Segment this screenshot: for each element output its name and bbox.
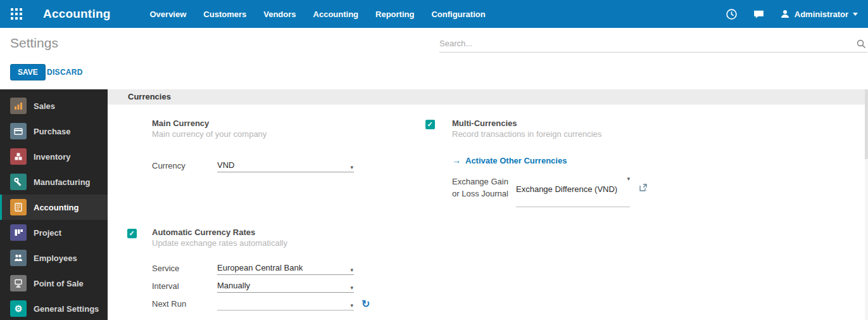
dropdown-caret-icon[interactable] <box>350 164 353 170</box>
user-name-label: Administrator <box>795 10 848 19</box>
activities-clock-icon[interactable] <box>726 8 738 20</box>
app-title[interactable]: Accounting <box>43 7 111 21</box>
gear-icon: ⚙ <box>10 300 27 317</box>
employees-icon <box>10 250 27 266</box>
inventory-icon <box>10 148 27 165</box>
scrollbar[interactable] <box>865 89 868 320</box>
arrow-right-icon <box>452 155 461 165</box>
setting-title: Automatic Currency Rates <box>152 227 393 237</box>
sidebar-item-label: Accounting <box>34 203 79 212</box>
scrollbar-thumb[interactable] <box>865 89 868 159</box>
user-menu[interactable]: Administrator <box>780 9 858 19</box>
sidebar-item-label: Inventory <box>34 152 71 162</box>
manufacturing-icon <box>10 174 27 190</box>
sidebar-item-label: Employees <box>34 253 77 263</box>
section-header-currencies: Currencies <box>108 89 868 105</box>
topbar: Accounting Overview Customers Vendors Ac… <box>0 0 868 28</box>
messages-icon[interactable] <box>753 8 765 20</box>
activate-link-label: Activate Other Currencies <box>465 156 567 165</box>
sidebar-item-purchase[interactable]: Purchase <box>0 118 108 144</box>
dropdown-caret-icon[interactable] <box>350 267 353 273</box>
accounting-icon <box>10 199 27 215</box>
top-navigation: Overview Customers Vendors Accounting Re… <box>150 10 486 19</box>
exchange-journal-select[interactable]: Exchange Difference (VND) <box>516 176 630 207</box>
sidebar-item-point-of-sale[interactable]: Point of Sale <box>0 271 108 296</box>
nav-item-reporting[interactable]: Reporting <box>375 10 414 19</box>
external-link-icon[interactable] <box>639 183 648 195</box>
settings-sidebar: Sales Purchase Inventory Manufacturing A… <box>0 89 108 320</box>
settings-content: Currencies Main Currency Main currency o… <box>108 89 868 320</box>
discard-button[interactable]: DISCARD <box>47 68 83 77</box>
search-bar <box>439 35 867 53</box>
next-run-label: Next Run <box>152 298 217 309</box>
refresh-rates-icon[interactable] <box>362 298 370 309</box>
sidebar-item-label: General Settings <box>34 304 99 314</box>
sidebar-item-sales[interactable]: Sales <box>0 93 108 118</box>
sidebar-item-label: Sales <box>34 101 55 111</box>
sidebar-item-employees[interactable]: Employees <box>0 245 108 271</box>
apps-menu-icon[interactable] <box>11 8 23 20</box>
project-icon <box>10 224 27 241</box>
setting-multi-currencies: Multi-Currencies Record transactions in … <box>425 118 698 207</box>
nav-item-accounting[interactable]: Accounting <box>313 10 359 19</box>
interval-select[interactable]: Manually <box>217 281 354 293</box>
next-run-date-input[interactable] <box>217 298 354 310</box>
sidebar-item-label: Manufacturing <box>34 177 91 187</box>
sidebar-item-project[interactable]: Project <box>0 220 108 245</box>
dropdown-caret-icon[interactable] <box>350 285 353 291</box>
currency-label: Currency <box>152 160 217 170</box>
search-icon[interactable] <box>856 39 866 51</box>
dropdown-caret-icon[interactable] <box>627 176 630 182</box>
search-input[interactable] <box>439 35 845 51</box>
page-title: Settings <box>10 35 58 51</box>
sidebar-item-label: Project <box>34 228 61 238</box>
dropdown-caret-icon[interactable] <box>350 302 353 309</box>
sidebar-item-label: Point of Sale <box>34 279 84 288</box>
currency-select[interactable]: VND <box>217 160 354 172</box>
sales-icon <box>10 98 27 114</box>
sidebar-item-label: Purchase <box>34 127 71 136</box>
exchange-journal-value: Exchange Difference (VND) <box>516 184 617 194</box>
setting-automatic-currency-rates: Automatic Currency Rates Update exchange… <box>127 227 393 316</box>
setting-subtitle: Main currency of your company <box>152 129 399 139</box>
pos-icon <box>10 275 27 291</box>
setting-subtitle: Record transactions in foreign currencie… <box>452 129 698 139</box>
save-button[interactable]: SAVE <box>10 64 46 80</box>
multi-currencies-checkbox[interactable] <box>425 120 435 129</box>
sidebar-item-manufacturing[interactable]: Manufacturing <box>0 169 108 195</box>
setting-title: Multi-Currencies <box>452 118 698 128</box>
sidebar-item-general-settings[interactable]: ⚙ General Settings <box>0 296 108 320</box>
nav-item-vendors[interactable]: Vendors <box>263 10 296 19</box>
sidebar-item-inventory[interactable]: Inventory <box>0 144 108 169</box>
service-select[interactable]: European Central Bank <box>217 263 354 275</box>
interval-value: Manually <box>217 281 250 290</box>
setting-title: Main Currency <box>152 118 399 128</box>
exchange-journal-label: Exchange Gain or Loss Journal <box>452 176 516 207</box>
user-avatar-icon <box>780 9 790 19</box>
activate-other-currencies-link[interactable]: Activate Other Currencies <box>452 155 698 165</box>
automatic-rates-checkbox[interactable] <box>127 229 137 238</box>
nav-item-overview[interactable]: Overview <box>150 10 187 19</box>
service-label: Service <box>152 263 217 273</box>
service-value: European Central Bank <box>217 263 303 272</box>
interval-label: Interval <box>152 281 217 291</box>
setting-main-currency: Main Currency Main currency of your comp… <box>152 118 399 178</box>
sidebar-item-accounting[interactable]: Accounting <box>0 195 108 220</box>
setting-subtitle: Update exchange rates automatically <box>152 238 393 248</box>
chevron-down-icon <box>853 13 858 16</box>
nav-item-configuration[interactable]: Configuration <box>431 10 485 19</box>
purchase-icon <box>10 123 27 139</box>
app-window: Accounting Overview Customers Vendors Ac… <box>0 0 868 320</box>
currency-value: VND <box>217 160 234 170</box>
nav-item-customers[interactable]: Customers <box>203 10 246 19</box>
